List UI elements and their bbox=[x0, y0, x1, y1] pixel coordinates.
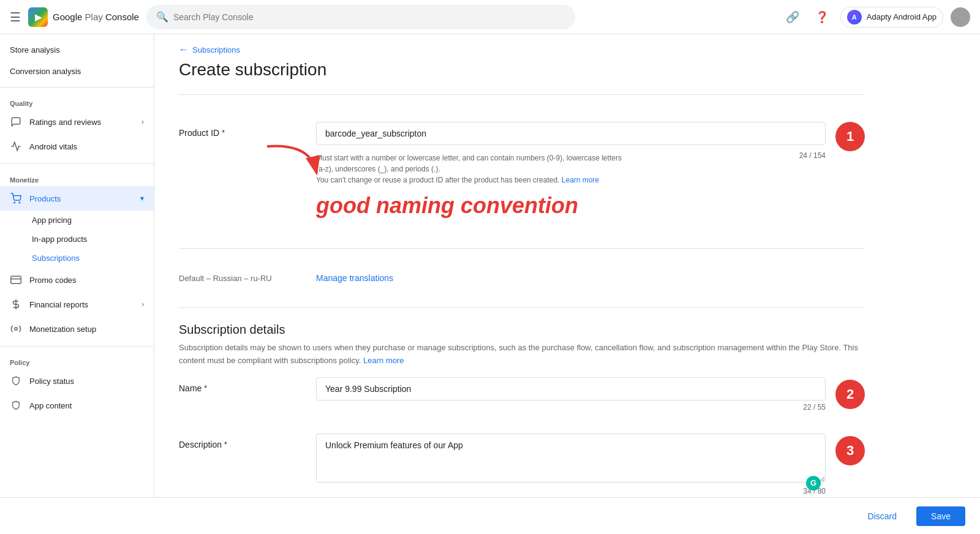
translation-row: Default – Russian – ru-RU Manage transla… bbox=[179, 263, 865, 293]
name-required: * bbox=[204, 384, 207, 393]
logo-text: Google Play Console bbox=[53, 12, 139, 22]
topbar-right: 🔗 ❓ A Adapty Android App bbox=[782, 6, 970, 28]
sidebar-section-quality: Quality bbox=[0, 92, 154, 110]
manage-translations-link[interactable]: Manage translations bbox=[316, 273, 393, 283]
policy-icon bbox=[10, 375, 22, 387]
name-field-wrap: 22 / 55 bbox=[316, 377, 826, 412]
sidebar-item-financial-reports[interactable]: Financial reports › bbox=[0, 292, 154, 317]
bottom-bar: Discard Save bbox=[0, 497, 980, 534]
product-id-field-wrap: Must start with a number or lowercase le… bbox=[316, 122, 826, 221]
sidebar-item-monetization-setup[interactable]: Monetization setup bbox=[0, 317, 154, 341]
grammarly-icon: G bbox=[806, 476, 821, 491]
sidebar-item-conversion-analysis[interactable]: Conversion analysis bbox=[0, 61, 154, 82]
description-field-wrap: G 34 / 80 bbox=[316, 434, 826, 495]
sidebar-item-store-analysis[interactable]: Store analysis bbox=[0, 39, 154, 61]
product-id-hint: Must start with a number or lowercase le… bbox=[316, 152, 622, 186]
annotation-circle-2: 2 bbox=[835, 380, 865, 409]
svg-point-0 bbox=[14, 202, 15, 203]
search-input[interactable] bbox=[173, 12, 565, 22]
sidebar-section-policy: Policy bbox=[0, 352, 154, 369]
sidebar-item-ratings[interactable]: Ratings and reviews › bbox=[0, 110, 154, 134]
products-chevron: ▾ bbox=[140, 194, 144, 203]
save-button[interactable]: Save bbox=[916, 506, 965, 526]
topbar: ☰ ▶ Google Play Console 🔍 🔗 ❓ A Adapty A… bbox=[0, 0, 980, 34]
description-label: Description * bbox=[179, 434, 301, 449]
search-icon: 🔍 bbox=[156, 11, 168, 23]
product-id-input[interactable] bbox=[316, 122, 826, 145]
sidebar-sub-subscriptions[interactable]: Subscriptions bbox=[0, 249, 154, 268]
red-arrow-svg bbox=[261, 140, 322, 177]
app-badge-icon: A bbox=[847, 10, 862, 24]
name-input[interactable] bbox=[316, 377, 826, 401]
svg-point-1 bbox=[19, 202, 20, 203]
description-field-row: Description * G 34 / 80 bbox=[179, 434, 826, 497]
product-id-required: * bbox=[222, 129, 225, 137]
arrow-wrap bbox=[316, 122, 826, 145]
name-label: Name * bbox=[179, 377, 301, 393]
vitals-icon bbox=[10, 140, 22, 152]
sidebar-item-promo-codes[interactable]: Promo codes bbox=[0, 268, 154, 292]
product-id-counter: 24 / 154 bbox=[799, 151, 826, 160]
breadcrumb-label: Subscriptions bbox=[192, 45, 240, 55]
subscription-details-section: Subscription details Subscription detail… bbox=[179, 323, 865, 497]
main-content: ← Subscriptions Create subscription Prod… bbox=[154, 34, 980, 497]
financial-chevron: › bbox=[141, 300, 144, 309]
user-avatar[interactable] bbox=[951, 7, 970, 27]
breadcrumb[interactable]: ← Subscriptions bbox=[179, 34, 865, 60]
subscription-details-desc: Subscription details may be shown to use… bbox=[179, 342, 865, 367]
sidebar-divider-1 bbox=[0, 87, 154, 88]
setup-icon bbox=[10, 323, 22, 335]
back-arrow-icon: ← bbox=[179, 44, 189, 55]
menu-icon[interactable]: ☰ bbox=[10, 10, 21, 24]
app-content-icon bbox=[10, 399, 22, 412]
subscription-learn-more[interactable]: Learn more bbox=[363, 356, 404, 365]
description-counter: 34 / 80 bbox=[316, 487, 826, 495]
promo-icon bbox=[10, 274, 22, 286]
subscription-details-title: Subscription details bbox=[179, 323, 865, 337]
page-title: Create subscription bbox=[179, 60, 865, 80]
translation-label: Default – Russian – ru-RU bbox=[179, 274, 301, 283]
sidebar-section-monetize: Monetize bbox=[0, 169, 154, 186]
ratings-icon bbox=[10, 116, 22, 128]
app-badge-name: Adapty Android App bbox=[867, 12, 937, 21]
sidebar: Store analysis Conversion analysis Quali… bbox=[0, 34, 154, 497]
annotation-circle-3: 3 bbox=[835, 436, 865, 465]
svg-rect-2 bbox=[11, 276, 21, 284]
svg-point-5 bbox=[15, 328, 18, 331]
sidebar-sub-in-app[interactable]: In-app products bbox=[0, 230, 154, 249]
search-bar[interactable]: 🔍 bbox=[146, 5, 575, 29]
sidebar-item-products[interactable]: Products ▾ bbox=[0, 186, 154, 211]
product-id-learn-more[interactable]: Learn more bbox=[562, 176, 599, 184]
name-counter: 22 / 55 bbox=[316, 403, 826, 412]
name-field-row: Name * 22 / 55 bbox=[179, 377, 826, 424]
sidebar-divider-3 bbox=[0, 346, 154, 347]
logo: ▶ Google Play Console bbox=[28, 7, 139, 27]
app-badge[interactable]: A Adapty Android App bbox=[840, 7, 943, 28]
help-icon[interactable]: ❓ bbox=[811, 6, 833, 28]
divider-after-trans bbox=[179, 307, 865, 308]
sidebar-item-policy-status[interactable]: Policy status bbox=[0, 369, 154, 393]
annotation-circle-1: 1 bbox=[835, 122, 865, 151]
logo-icon: ▶ bbox=[28, 7, 48, 27]
chevron-icon: › bbox=[141, 118, 144, 126]
product-id-label: Product ID * bbox=[179, 122, 301, 138]
link-icon[interactable]: 🔗 bbox=[782, 6, 804, 28]
products-icon bbox=[10, 192, 22, 205]
sidebar-item-app-content[interactable]: App content bbox=[0, 393, 154, 418]
body-wrap: Store analysis Conversion analysis Quali… bbox=[0, 34, 980, 497]
product-id-row: Product ID * bbox=[179, 110, 826, 233]
divider-mid bbox=[179, 248, 865, 249]
sidebar-item-android-vitals[interactable]: Android vitals bbox=[0, 134, 154, 159]
sidebar-divider-2 bbox=[0, 164, 154, 164]
description-textarea[interactable] bbox=[316, 434, 826, 483]
divider-top bbox=[179, 94, 865, 95]
discard-button[interactable]: Discard bbox=[856, 506, 909, 526]
description-required: * bbox=[224, 440, 227, 449]
sidebar-sub-app-pricing[interactable]: App pricing bbox=[0, 211, 154, 230]
financial-icon bbox=[10, 298, 22, 310]
annotation-naming-text: good naming convention bbox=[316, 193, 826, 219]
